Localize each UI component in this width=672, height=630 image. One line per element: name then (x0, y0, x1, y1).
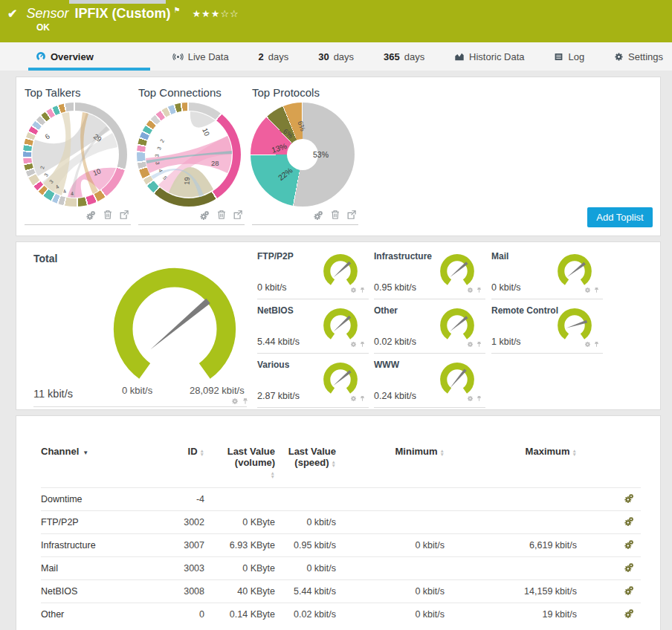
tab-log[interactable]: Log (546, 42, 592, 71)
pin-icon[interactable] (359, 392, 366, 405)
sensor-kind-label: Sensor (26, 6, 68, 22)
cell-speed: 5.44 kbit/s (275, 586, 336, 597)
mini-gauge-netbios: NetBIOS 5.44 kbit/s (257, 299, 369, 354)
cell-minimum: 0 kbit/s (336, 586, 445, 597)
total-gauge (104, 257, 245, 398)
sort-icon (332, 460, 336, 467)
cell-id: 3003 (164, 563, 204, 574)
tab-2-days[interactable]: 2days (251, 42, 297, 71)
pin-icon[interactable] (476, 337, 482, 351)
toplist-settings-icon[interactable] (199, 210, 210, 224)
divider (25, 224, 131, 225)
channel-settings-icon[interactable] (350, 283, 357, 296)
delete-icon[interactable] (103, 210, 113, 224)
cell-channel: Mail (41, 563, 164, 574)
channel-settings-icon[interactable] (350, 337, 357, 351)
chord-label: 19 (183, 177, 192, 185)
channel-settings-icon[interactable] (624, 493, 635, 506)
channel-title: Other (374, 305, 398, 316)
channel-settings-icon[interactable] (624, 539, 635, 552)
external-link-icon[interactable] (119, 210, 129, 224)
tab-live-data[interactable]: Live Data (165, 42, 236, 71)
cell-channel: FTP/P2P (41, 517, 164, 527)
tab-settings[interactable]: Settings (607, 42, 671, 71)
channel-settings-icon[interactable] (584, 283, 591, 296)
chord-label: 3 (154, 154, 159, 158)
chord-ribbons (137, 103, 241, 207)
pin-icon[interactable] (359, 283, 366, 296)
chord-label: 4 (71, 191, 74, 196)
channel-settings-icon[interactable] (624, 562, 635, 575)
tab-historic-data[interactable]: Historic Data (447, 42, 532, 71)
tab-365-days[interactable]: 365days (376, 42, 432, 71)
cell-maximum: 14,159 kbit/s (445, 586, 577, 597)
prtg-sensor-page: ✔ Sensor IPFIX (Custom) ⚑ ★★★☆☆ OK Overv… (0, 0, 672, 630)
sensor-title: IPFIX (Custom) (74, 6, 170, 22)
priority-stars[interactable]: ★★★☆☆ (192, 8, 239, 19)
toplist-top-talkers: Top Talkers 6 29 10 2 3 3 4 (25, 86, 131, 99)
tab-overview[interactable]: Overview (28, 42, 150, 71)
delete-icon[interactable] (216, 210, 227, 224)
sort-icon (271, 471, 275, 478)
channel-settings-icon[interactable] (467, 392, 474, 405)
pin-icon[interactable] (476, 283, 482, 296)
channel-settings-icon[interactable] (467, 283, 474, 296)
table-row-downtime[interactable]: Downtime -4 (41, 487, 641, 510)
pin-icon[interactable] (359, 337, 366, 351)
gauges-panel: Total 0 kbit/s 28,092 kbit/s 11 kbit/s F… (16, 241, 661, 410)
table-row-mail[interactable]: Mail 3003 0 KByte 0 kbit/s (41, 556, 641, 579)
col-header-id[interactable]: ID (164, 446, 204, 457)
table-row-netbios[interactable]: NetBIOS 3008 40 KByte 5.44 kbit/s 0 kbit… (41, 579, 641, 603)
toplist-title: Top Talkers (25, 86, 131, 99)
mini-gauge-remote-control: Remote Control 1 kbit/s (491, 299, 603, 354)
top-protocols-donut-chart[interactable]: 53% 22% 13% 6% 6% (251, 103, 355, 207)
external-link-icon[interactable] (233, 210, 243, 224)
tab-bar: Overview Live Data 2days 30days 365days … (0, 42, 672, 71)
cell-minimum: 0 kbit/s (336, 609, 445, 620)
cell-volume: 6.93 KByte (204, 540, 275, 551)
top-talkers-chord-chart[interactable]: 6 29 10 2 3 3 4 4 4 (23, 103, 127, 207)
table-row-other[interactable]: Other 0 0.14 KByte 0.02 kbit/s 0 kbit/s … (41, 603, 641, 626)
channel-value: 1 kbit/s (491, 337, 521, 347)
col-header-minimum[interactable]: Minimum (336, 446, 445, 457)
total-gauge-value: 11 kbit/s (33, 388, 73, 400)
channel-table: Channel ID Last Value(volume) Last Value… (41, 446, 641, 626)
external-link-icon[interactable] (346, 210, 357, 224)
delete-icon[interactable] (330, 210, 340, 224)
divider (138, 224, 245, 225)
mini-gauge-infrastructure: Infrastructure 0.95 kbit/s (374, 245, 485, 299)
channel-settings-icon[interactable] (624, 585, 635, 598)
channel-value: 0.24 kbit/s (374, 391, 416, 401)
channel-settings-icon[interactable] (350, 392, 357, 405)
col-header-channel[interactable]: Channel (41, 446, 164, 457)
chord-label: 3 (155, 161, 160, 165)
col-header-last-value-speed[interactable]: Last Value(speed) (275, 446, 336, 468)
log-icon (554, 52, 563, 62)
sort-caret-icon (83, 446, 88, 457)
pin-icon[interactable] (476, 392, 482, 405)
pin-icon[interactable] (593, 337, 600, 351)
table-row-infrastructure[interactable]: Infrastructure 3007 6.93 KByte 0.95 kbit… (41, 533, 641, 556)
channel-settings-icon[interactable] (624, 516, 635, 529)
cell-channel: Infrastructure (41, 540, 164, 551)
top-strip (69, 0, 166, 4)
tab-30-days[interactable]: 30days (311, 42, 361, 71)
col-header-last-value-volume[interactable]: Last Value(volume) (204, 446, 275, 479)
channel-title: FTP/P2P (257, 251, 294, 262)
toplist-settings-icon[interactable] (313, 210, 324, 224)
cell-speed: 0 kbit/s (275, 517, 336, 527)
table-row-ftp-p2p[interactable]: FTP/P2P 3002 0 KByte 0 kbit/s (41, 510, 641, 533)
pin-icon[interactable] (593, 283, 600, 296)
add-toplist-button[interactable]: Add Toplist (587, 207, 653, 227)
cell-volume: 0 KByte (204, 517, 275, 527)
top-connections-chord-chart[interactable]: 10 28 19 2 3 3 3 4 5 (137, 103, 241, 207)
priority-flag-icon[interactable]: ⚑ (173, 6, 180, 14)
toplist-settings-icon[interactable] (85, 210, 97, 224)
channel-settings-icon[interactable] (624, 608, 635, 621)
col-header-maximum[interactable]: Maximum (445, 446, 577, 457)
sensor-header: ✔ Sensor IPFIX (Custom) ⚑ ★★★☆☆ OK (0, 0, 672, 42)
cell-volume: 0 KByte (204, 563, 275, 574)
cell-id: 3008 (164, 586, 204, 597)
channel-settings-icon[interactable] (584, 337, 591, 351)
channel-settings-icon[interactable] (467, 337, 474, 351)
